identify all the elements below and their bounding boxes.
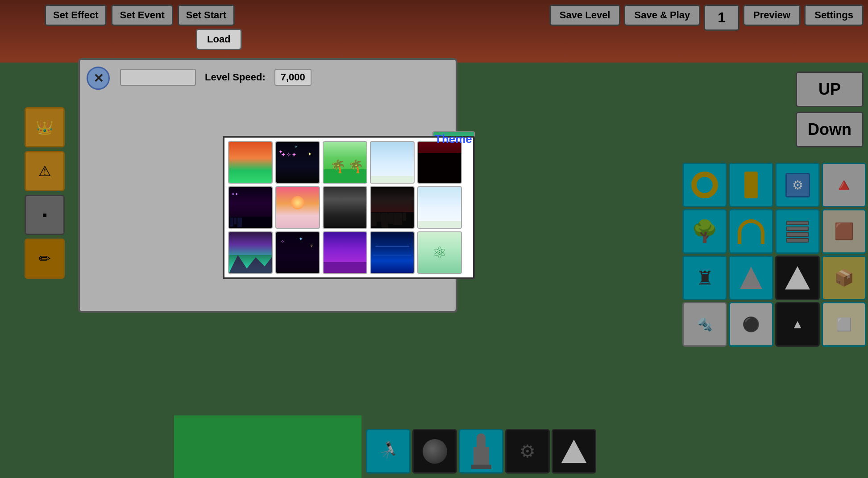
theme-cell-9[interactable] (370, 186, 415, 229)
load-button[interactable]: Load (196, 29, 242, 50)
theme-cell-7[interactable] (275, 186, 320, 229)
theme-cell-11[interactable] (228, 231, 273, 274)
theme-cell-10[interactable] (417, 186, 462, 229)
theme-cell-15[interactable]: ⚛ (417, 231, 462, 274)
theme-grid: ✦ ✧ ✦ 🌴 🌴 ✦✦ (228, 141, 469, 274)
theme-button[interactable]: Theme (435, 132, 472, 146)
theme-cell-5[interactable] (417, 141, 462, 184)
speed-label: Level Speed: (205, 71, 266, 83)
modal-text-input[interactable] (120, 69, 196, 86)
theme-cell-12[interactable]: ✧ ✦ ✧ (275, 231, 320, 274)
theme-grid-container: ✦ ✧ ✦ 🌴 🌴 ✦✦ (223, 136, 475, 279)
theme-cell-6[interactable]: ✦✦ (228, 186, 273, 229)
speed-value: 7,000 (274, 69, 311, 86)
theme-cell-13[interactable] (323, 231, 367, 274)
modal-header: Level Speed: 7,000 (120, 69, 447, 86)
theme-cell-3[interactable]: 🌴 🌴 (323, 141, 367, 184)
theme-cell-8[interactable] (323, 186, 367, 229)
theme-cell-2[interactable]: ✦ ✧ ✦ (275, 141, 320, 184)
theme-cell-4[interactable] (370, 141, 415, 184)
theme-cell-14[interactable] (370, 231, 415, 274)
modal-close-button[interactable]: ✕ (87, 67, 110, 90)
theme-modal: ✕ Level Speed: 7,000 Load ✦ ✧ ✦ 🌴 🌴 (78, 58, 457, 313)
theme-cell-1[interactable] (228, 141, 273, 184)
